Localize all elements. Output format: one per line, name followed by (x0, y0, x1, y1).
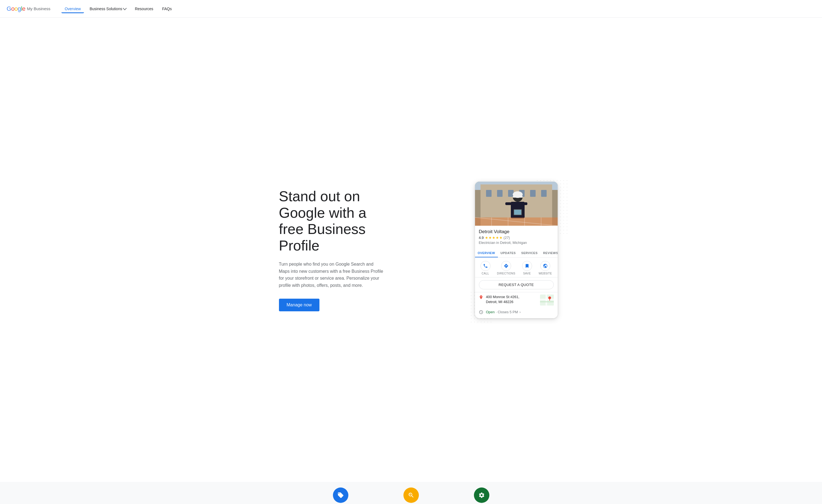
website-icon (540, 261, 550, 271)
card-actions: CALL DIRECTIONS SA (475, 258, 558, 278)
save-label: SAVE (523, 272, 531, 275)
google-logo: Google (7, 5, 25, 12)
svg-rect-3 (486, 190, 491, 197)
business-solutions-label: Business Solutions (89, 7, 122, 11)
svg-rect-14 (521, 202, 527, 205)
address-line1: 400 Monroe St #261, (486, 295, 519, 299)
navbar: Google My Business Overview Business Sol… (0, 0, 822, 18)
nav-link-overview[interactable]: Overview (61, 4, 84, 13)
star-2: ★ (488, 235, 492, 240)
manage-now-button[interactable]: Manage now (279, 299, 320, 311)
hours-detail: · Closes 5 PM (496, 310, 518, 314)
hours-row: Open · Closes 5 PM › (475, 308, 558, 318)
directions-label: DIRECTIONS (497, 272, 515, 275)
tab-updates[interactable]: UPDATES (498, 249, 518, 258)
nav-link-business-solutions[interactable]: Business Solutions (86, 4, 129, 13)
address-text: 400 Monroe St #261, Detroit, MI 48226 (486, 295, 537, 305)
star-1: ★ (485, 235, 488, 240)
gear-icon-button[interactable] (474, 487, 489, 503)
nav-item-business-solutions: Business Solutions (86, 4, 129, 13)
map-svg (540, 295, 554, 306)
nav-link-resources[interactable]: Resources (132, 4, 157, 13)
location-icon (479, 295, 483, 300)
svg-rect-25 (545, 295, 547, 306)
save-icon (522, 261, 532, 271)
search-refresh-icon (408, 492, 414, 498)
business-type: Electrician in Detroit, Michigan (479, 240, 554, 245)
hours-text: Open · Closes 5 PM › (486, 310, 521, 314)
action-website[interactable]: WEBSITE (539, 261, 552, 275)
nav-item-overview: Overview (61, 4, 84, 13)
map-thumbnail[interactable] (540, 295, 554, 306)
svg-rect-5 (508, 190, 513, 197)
tag-icon-button[interactable] (333, 487, 348, 503)
svg-rect-7 (530, 190, 536, 197)
svg-rect-26 (540, 302, 554, 302)
hero-section: Stand out on Google with a free Business… (246, 18, 576, 482)
review-count: (27) (504, 235, 510, 240)
action-save[interactable]: SAVE (522, 261, 532, 275)
website-svg (543, 264, 548, 269)
hours-chevron: › (520, 310, 521, 314)
card-info: Detroit Voltage 4.9 ★ ★ ★ ★ ★ (27) Elect… (475, 226, 558, 249)
hero-text-block: Stand out on Google with a free Business… (279, 188, 384, 312)
svg-rect-16 (514, 210, 521, 215)
gear-icon (478, 492, 485, 498)
request-quote-button[interactable]: REQUEST A QUOTE (479, 280, 554, 289)
action-directions[interactable]: DIRECTIONS (497, 261, 515, 275)
call-icon (480, 261, 490, 271)
svg-rect-8 (541, 190, 547, 197)
star-4: ★ (496, 235, 499, 240)
website-label: WEBSITE (539, 272, 552, 275)
bottom-icons-section (0, 482, 822, 504)
card-image (475, 182, 558, 226)
rating-number: 4.9 (479, 235, 484, 240)
hero-title: Stand out on Google with a free Business… (279, 188, 384, 254)
tag-icon (337, 492, 344, 498)
star-rating: ★ ★ ★ ★ ★ (485, 235, 502, 240)
hero-image-svg (475, 182, 558, 226)
svg-rect-11 (513, 196, 523, 198)
address-line2: Detroit, MI 48226 (486, 300, 513, 304)
hero-description: Turn people who find you on Google Searc… (279, 261, 384, 289)
svg-point-27 (548, 297, 551, 299)
open-status: Open (486, 310, 495, 314)
business-photo (475, 182, 558, 226)
address-row: 400 Monroe St #261, Detroit, MI 48226 (475, 292, 558, 308)
nav-item-faqs: FAQs (159, 4, 175, 13)
directions-icon (501, 261, 511, 271)
star-3: ★ (492, 235, 495, 240)
action-call[interactable]: CALL (480, 261, 490, 275)
business-name: Detroit Voltage (479, 229, 554, 234)
business-card: Detroit Voltage 4.9 ★ ★ ★ ★ ★ (27) Elect… (475, 182, 558, 318)
nav-link-faqs[interactable]: FAQs (159, 4, 175, 13)
tab-services[interactable]: SERVICES (518, 249, 540, 258)
clock-icon (479, 310, 483, 314)
chevron-down-icon (123, 6, 127, 10)
rating-row: 4.9 ★ ★ ★ ★ ★ (27) (479, 235, 554, 240)
star-5: ★ (499, 235, 502, 240)
business-card-container: Detroit Voltage 4.9 ★ ★ ★ ★ ★ (27) Elect… (475, 182, 563, 318)
svg-rect-4 (497, 190, 502, 197)
directions-svg (504, 264, 509, 269)
tab-overview[interactable]: OVERVIEW (475, 249, 498, 258)
call-svg (483, 264, 488, 269)
card-tabs: OVERVIEW UPDATES SERVICES REVIEWS PHO (475, 249, 558, 258)
svg-rect-13 (505, 202, 511, 205)
tab-reviews[interactable]: REVIEWS (540, 249, 557, 258)
my-business-label: My Business (27, 6, 50, 11)
nav-links: Overview Business Solutions Resources FA… (61, 4, 175, 13)
call-label: CALL (482, 272, 489, 275)
search-refresh-icon-button[interactable] (403, 487, 419, 503)
nav-item-resources: Resources (132, 4, 157, 13)
save-svg (525, 264, 529, 269)
logo-link[interactable]: Google My Business (7, 5, 50, 12)
